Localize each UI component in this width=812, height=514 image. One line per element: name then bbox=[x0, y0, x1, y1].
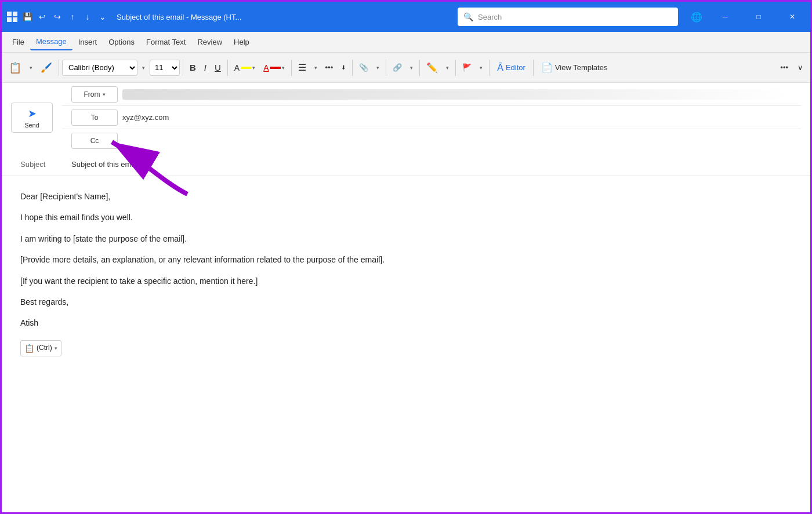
cc-row: Cc bbox=[62, 129, 801, 152]
separator-6 bbox=[386, 60, 386, 76]
font-dropdown-icon: ▾ bbox=[142, 65, 145, 71]
font-size-select[interactable]: 11 8 9 10 12 14 bbox=[150, 60, 180, 76]
send-button[interactable]: ➤ Send bbox=[11, 103, 53, 133]
separator-4 bbox=[291, 60, 292, 76]
closing-text: Best regards, bbox=[20, 296, 792, 308]
toolbar-more-button[interactable]: ••• bbox=[777, 57, 792, 78]
font-color-swatch bbox=[270, 67, 281, 69]
bullets-dropdown[interactable]: ▾ bbox=[311, 57, 321, 78]
down-arrow-icon[interactable]: ↓ bbox=[82, 11, 93, 23]
tag-dropdown[interactable]: ▾ bbox=[443, 57, 452, 78]
subject-value[interactable]: Subject of this email bbox=[67, 160, 801, 169]
menu-review[interactable]: Review bbox=[191, 34, 228, 50]
up-arrow-icon[interactable]: ↑ bbox=[67, 11, 78, 23]
flag-button[interactable]: 🚩 bbox=[459, 57, 475, 78]
subject-row: Subject Subject of this email bbox=[2, 152, 810, 176]
titlebar-left-icons: 💾 ↩ ↪ ↑ ↓ ⌄ bbox=[6, 11, 108, 23]
to-label: To bbox=[91, 114, 99, 122]
editor-label: Editor bbox=[506, 63, 525, 72]
svg-rect-1 bbox=[13, 12, 17, 16]
bold-button[interactable]: B bbox=[186, 57, 200, 78]
to-value[interactable]: xyz@xyz.com bbox=[118, 113, 792, 122]
menu-format-text[interactable]: Format Text bbox=[140, 34, 191, 50]
dropdown-chevron-icon: ▾ bbox=[30, 65, 32, 71]
body-line4: [If you want the recipient to take a spe… bbox=[20, 275, 792, 287]
expand-format-icon[interactable]: ⬇ bbox=[338, 57, 349, 78]
to-row: To xyz@xyz.com bbox=[62, 106, 801, 129]
undo-icon[interactable]: ↩ bbox=[37, 11, 48, 23]
tag-button[interactable]: ✏️ bbox=[423, 57, 441, 78]
font-dropdown[interactable]: ▾ bbox=[139, 57, 148, 78]
app-icon bbox=[6, 11, 18, 23]
attach-dropdown[interactable]: ▾ bbox=[373, 57, 383, 78]
highlight-color-swatch bbox=[241, 67, 251, 69]
email-body[interactable]: Dear [Recipient's Name], I hope this ema… bbox=[2, 176, 810, 512]
attach-dropdown-icon: ▾ bbox=[376, 65, 379, 71]
view-templates-button[interactable]: 📄 View Templates bbox=[536, 60, 612, 75]
cc-label: Cc bbox=[90, 137, 99, 145]
editor-button[interactable]: Ā Editor bbox=[492, 60, 530, 75]
send-section: ➤ Send From ▾ To xyz@xyz.com bbox=[2, 83, 810, 152]
clipboard-button[interactable]: 📋 bbox=[5, 57, 25, 78]
to-button[interactable]: To bbox=[71, 110, 118, 126]
link-dropdown-icon: ▾ bbox=[410, 65, 413, 71]
paste-options-button[interactable]: 📋 (Ctrl) ▾ bbox=[20, 340, 61, 356]
dropdown-arrow-icon[interactable]: ⌄ bbox=[97, 11, 108, 23]
separator-7 bbox=[419, 60, 420, 76]
menu-message[interactable]: Message bbox=[30, 34, 72, 50]
more-format-button[interactable]: ••• bbox=[322, 57, 337, 78]
globe-icon[interactable]: 🌐 bbox=[688, 9, 705, 25]
font-select[interactable]: Calibri (Body) Arial Times New Roman bbox=[62, 60, 137, 76]
italic-button[interactable]: I bbox=[201, 57, 210, 78]
from-button[interactable]: From ▾ bbox=[71, 86, 118, 103]
cc-button[interactable]: Cc bbox=[71, 133, 118, 149]
menu-options[interactable]: Options bbox=[103, 34, 140, 50]
paste-ctrl-label: (Ctrl) bbox=[37, 342, 52, 353]
separator-5 bbox=[352, 60, 353, 76]
separator-8 bbox=[455, 60, 456, 76]
bullets-dropdown-icon: ▾ bbox=[314, 65, 317, 71]
font-color-dropdown-icon: ▾ bbox=[282, 65, 285, 71]
redo-icon[interactable]: ↪ bbox=[52, 11, 63, 23]
titlebar-right: 🌐 ─ □ ✕ bbox=[688, 2, 806, 32]
send-icon: ➤ bbox=[28, 107, 37, 120]
toolbar-expand-button[interactable]: ∨ bbox=[794, 57, 807, 78]
clipboard-dropdown[interactable]: ▾ bbox=[26, 57, 36, 78]
separator-9 bbox=[489, 60, 490, 76]
titlebar: 💾 ↩ ↪ ↑ ↓ ⌄ Subject of this email - Mess… bbox=[2, 2, 810, 32]
link-dropdown[interactable]: ▾ bbox=[407, 57, 416, 78]
editor-icon: Ā bbox=[497, 63, 503, 73]
search-placeholder: Search bbox=[478, 13, 502, 21]
header-fields-area: From ▾ To xyz@xyz.com Cc bbox=[62, 83, 801, 152]
save-icon[interactable]: 💾 bbox=[21, 11, 33, 23]
menubar: File Message Insert Options Format Text … bbox=[2, 32, 810, 53]
paste-icon: 📋 bbox=[24, 342, 34, 355]
bullets-button[interactable]: ☰ bbox=[295, 57, 310, 78]
body-greeting: Dear [Recipient's Name], bbox=[20, 190, 792, 203]
highlight-button[interactable]: A ▾ bbox=[231, 57, 259, 78]
link-button[interactable]: 🔗 bbox=[389, 57, 405, 78]
svg-rect-0 bbox=[7, 12, 12, 16]
attach-button[interactable]: 📎 bbox=[356, 57, 372, 78]
window-title: Subject of this email - Message (HT... bbox=[112, 13, 454, 21]
search-icon: 🔍 bbox=[463, 12, 473, 21]
format-painter-button[interactable]: 🖌️ bbox=[37, 57, 56, 78]
search-box[interactable]: 🔍 Search bbox=[458, 8, 678, 26]
minimize-button[interactable]: ─ bbox=[712, 2, 738, 32]
menu-help[interactable]: Help bbox=[228, 34, 255, 50]
templates-icon: 📄 bbox=[541, 62, 553, 73]
maximize-button[interactable]: □ bbox=[745, 2, 772, 32]
view-templates-label: View Templates bbox=[555, 63, 608, 72]
compose-area: ➤ Send From ▾ To xyz@xyz.com bbox=[2, 83, 810, 512]
flag-dropdown[interactable]: ▾ bbox=[476, 57, 486, 78]
send-label: Send bbox=[24, 122, 39, 129]
menu-file[interactable]: File bbox=[6, 34, 30, 50]
tag-dropdown-icon: ▾ bbox=[446, 65, 449, 71]
font-color-button[interactable]: A ▾ bbox=[260, 57, 288, 78]
highlight-icon: A bbox=[234, 63, 240, 72]
close-button[interactable]: ✕ bbox=[779, 2, 806, 32]
menu-insert[interactable]: Insert bbox=[72, 34, 103, 50]
signature-block: Best regards, Atish bbox=[20, 296, 792, 330]
separator-2 bbox=[183, 60, 183, 76]
underline-button[interactable]: U bbox=[211, 57, 224, 78]
